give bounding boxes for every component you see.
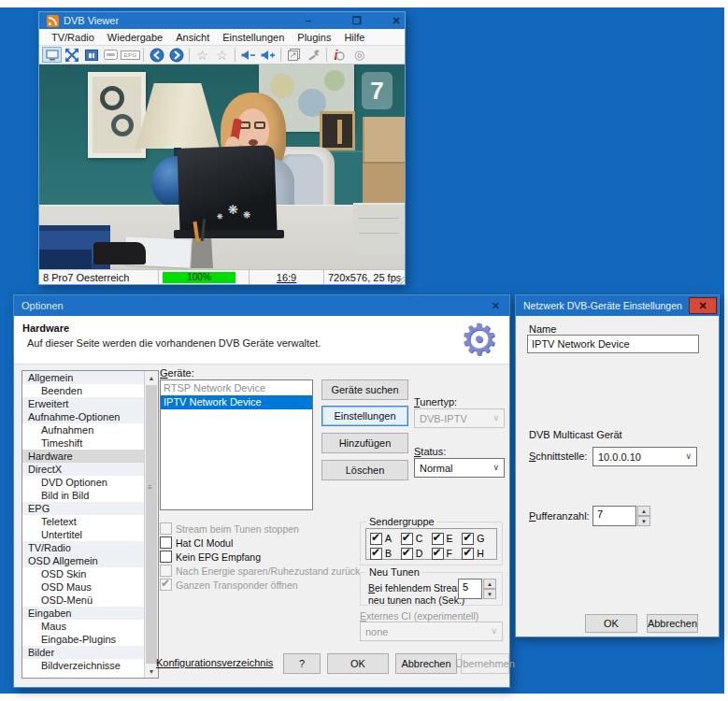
interface-combo[interactable]: 10.0.0.10∨ bbox=[592, 447, 697, 466]
menu-hilfe[interactable]: Hilfe bbox=[337, 32, 371, 43]
group-c[interactable]: C bbox=[401, 531, 432, 546]
checkbox[interactable] bbox=[462, 548, 474, 560]
checkbox[interactable] bbox=[370, 533, 382, 545]
checkbox[interactable] bbox=[401, 533, 413, 545]
tv-mode-icon[interactable] bbox=[42, 47, 62, 63]
info-icon[interactable]: i bbox=[330, 47, 350, 63]
devices-listbox[interactable]: RTSP Network Device IPTV Network Device bbox=[160, 379, 313, 510]
tunertyp-combo[interactable]: DVB-IPTV∨ bbox=[414, 408, 505, 428]
nav-item-eingabe-plugins[interactable]: Eingabe-Plugins bbox=[22, 633, 144, 646]
menu-plugins[interactable]: Plugins bbox=[291, 32, 337, 43]
spin-down-icon[interactable]: ▼ bbox=[637, 516, 650, 526]
spinner-value[interactable]: 7 bbox=[592, 506, 636, 526]
minimize-icon[interactable]: – bbox=[294, 12, 322, 29]
nav-item-osd-maus[interactable]: OSD Maus bbox=[22, 580, 144, 594]
nav-item-bildverzeichnisse[interactable]: Bildverzeichnisse bbox=[22, 659, 144, 672]
apply-button[interactable]: Übernehmen bbox=[461, 653, 509, 674]
close-icon[interactable]: ✕ bbox=[492, 300, 500, 312]
group-f[interactable]: F bbox=[432, 546, 463, 561]
checkbox[interactable] bbox=[432, 548, 444, 560]
externes-ci-combo[interactable]: none∨ bbox=[360, 622, 503, 641]
checkbox[interactable] bbox=[401, 548, 413, 560]
resize-grip[interactable] bbox=[395, 275, 405, 284]
preview-window-icon[interactable] bbox=[81, 47, 101, 63]
video-area[interactable]: 7 ❋ ❋ ❋ bbox=[39, 64, 405, 271]
cancel-button[interactable]: Abbrechen bbox=[395, 653, 457, 674]
nav-item-bilder[interactable]: Bilder bbox=[22, 646, 144, 659]
nav-item-untertitel[interactable]: Untertitel bbox=[22, 528, 144, 541]
checkbox[interactable] bbox=[370, 548, 382, 560]
nav-item-maus[interactable]: Maus bbox=[22, 620, 144, 633]
options-titlebar[interactable]: Optionen ✕ bbox=[14, 295, 509, 316]
group-g[interactable]: G bbox=[462, 531, 492, 546]
close-icon[interactable]: ✕ bbox=[689, 297, 717, 314]
help-button[interactable]: ? bbox=[283, 653, 321, 674]
menu-einstellungen[interactable]: Einstellungen bbox=[216, 32, 291, 43]
volume-up-icon[interactable] bbox=[258, 47, 278, 63]
channel-back-icon[interactable] bbox=[147, 47, 166, 63]
retune-seconds-spinner[interactable]: 5 ▲▼ bbox=[458, 579, 496, 599]
nav-item-hardware[interactable]: Hardware bbox=[22, 450, 144, 463]
group-d[interactable]: D bbox=[401, 546, 432, 561]
nav-item-osd-skin[interactable]: OSD Skin bbox=[22, 567, 144, 580]
add-button[interactable]: Hinzufügen bbox=[321, 433, 408, 453]
checkbox[interactable] bbox=[160, 522, 172, 535]
checkbox-row-stream-stop[interactable]: Stream beim Tunen stoppen bbox=[160, 522, 360, 536]
menu-tv-radio[interactable]: TV/Radio bbox=[45, 32, 101, 43]
spinner-value[interactable]: 5 bbox=[458, 579, 482, 599]
nav-item-allgemein[interactable]: Allgemein bbox=[22, 371, 144, 384]
settings-button[interactable]: Einstellungen bbox=[321, 406, 408, 426]
scrollbar-thumb[interactable] bbox=[146, 385, 157, 664]
aspect-ratio[interactable]: 16:9 bbox=[277, 272, 296, 283]
buffer-spinner[interactable]: 7 ▲▼ bbox=[592, 506, 650, 526]
nav-item-timeshift[interactable]: Timeshift bbox=[22, 436, 144, 450]
group-e[interactable]: E bbox=[432, 531, 463, 546]
device-rtsp[interactable]: RTSP Network Device bbox=[161, 381, 312, 395]
checkbox[interactable] bbox=[160, 536, 172, 549]
nav-item-bild-in-bild[interactable]: Bild in Bild bbox=[22, 489, 144, 502]
checkbox[interactable] bbox=[160, 579, 172, 591]
nav-item-aufnahme-optionen[interactable]: Aufnahme-Optionen bbox=[22, 410, 144, 423]
nav-item-tv-radio[interactable]: TV/Radio bbox=[22, 541, 144, 554]
checkbox[interactable] bbox=[160, 551, 172, 563]
fullscreen-icon[interactable] bbox=[62, 47, 81, 63]
nav-item-directx[interactable]: DirectX bbox=[22, 463, 144, 476]
main-titlebar[interactable]: DVB Viewer – ❐ ✕ bbox=[39, 12, 405, 29]
record-icon[interactable]: ◎ bbox=[350, 47, 369, 63]
device-iptv[interactable]: IPTV Network Device bbox=[161, 395, 312, 409]
nav-item-osd-allgemein[interactable]: OSD Allgemein bbox=[22, 554, 144, 567]
nav-item-aufnahmen[interactable]: Aufnahmen bbox=[22, 423, 144, 436]
group-h[interactable]: H bbox=[462, 546, 492, 561]
menu-ansicht[interactable]: Ansicht bbox=[169, 32, 216, 43]
name-input[interactable] bbox=[527, 335, 699, 353]
favorite-star-icon[interactable]: ☆ bbox=[193, 47, 212, 63]
delete-button[interactable]: Löschen bbox=[321, 460, 408, 480]
nav-item-eingaben[interactable]: Eingaben bbox=[22, 607, 144, 620]
checkbox[interactable] bbox=[462, 533, 474, 545]
epg-icon[interactable]: EPG bbox=[121, 47, 140, 63]
checkbox[interactable] bbox=[160, 565, 172, 577]
spin-up-icon[interactable]: ▲ bbox=[637, 506, 650, 516]
search-devices-button[interactable]: Geräte suchen bbox=[321, 379, 408, 400]
osd-icon[interactable] bbox=[101, 47, 121, 63]
checkbox-row-transponder[interactable]: Ganzen Transponder öffnen bbox=[160, 578, 360, 592]
menu-wiedergabe[interactable]: Wiedergabe bbox=[101, 32, 169, 43]
nav-item-dvd-optionen[interactable]: DVD Optionen bbox=[22, 476, 144, 489]
checkbox-row-kein-epg[interactable]: Kein EPG Empfang bbox=[160, 550, 360, 564]
channel-list-icon[interactable] bbox=[284, 47, 304, 63]
cancel-button[interactable]: Abbrechen bbox=[647, 614, 698, 633]
favorite-star2-icon[interactable]: ☆ bbox=[212, 47, 232, 63]
status-combo[interactable]: Normal∨ bbox=[414, 458, 505, 478]
nav-item-epg[interactable]: EPG bbox=[22, 502, 144, 515]
ok-button[interactable]: OK bbox=[327, 653, 389, 674]
group-a[interactable]: A bbox=[370, 531, 401, 546]
nav-scrollbar[interactable]: ▲ ≡ ▼ bbox=[144, 371, 158, 678]
config-directory-link[interactable]: Konfigurationsverzeichnis bbox=[156, 657, 273, 668]
nav-item-beenden[interactable]: Beenden bbox=[22, 384, 144, 397]
nav-item-erweitert[interactable]: Erweitert bbox=[22, 397, 144, 410]
nav-item-teletext[interactable]: Teletext bbox=[22, 515, 144, 528]
spin-down-icon[interactable]: ▼ bbox=[483, 589, 496, 599]
close-icon[interactable]: ✕ bbox=[382, 12, 410, 29]
volume-down-icon[interactable] bbox=[238, 47, 258, 63]
checkbox-row-energie[interactable]: Nach Energie sparen/Ruhezustand zurückse… bbox=[160, 564, 360, 578]
